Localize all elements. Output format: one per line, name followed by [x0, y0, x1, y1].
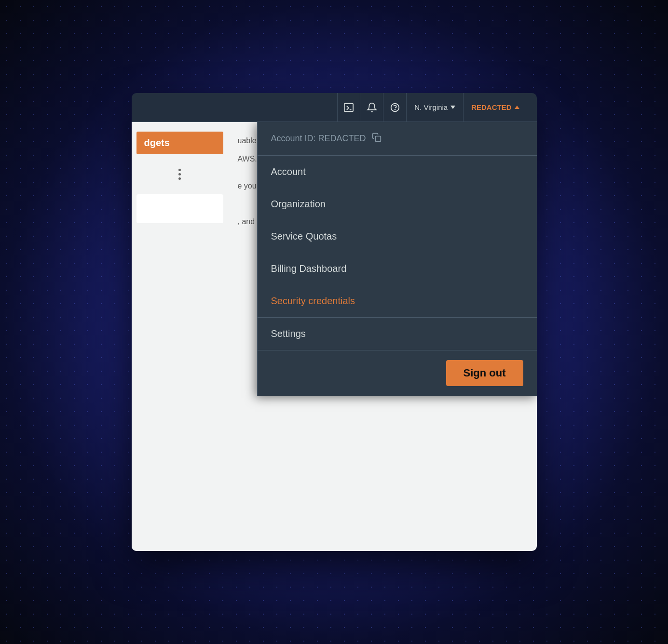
cloudshell-button[interactable] [337, 93, 360, 122]
region-selector[interactable]: N. Virginia [407, 93, 464, 122]
help-button[interactable] [383, 93, 407, 122]
sidebar-orange-button[interactable]: dgets [136, 132, 223, 154]
sign-out-button[interactable]: Sign out [446, 360, 523, 386]
dot-2 [178, 173, 181, 175]
account-id-label: Account ID: REDACTED [271, 134, 366, 144]
dropdown-header: Account ID: REDACTED [258, 122, 537, 156]
svg-rect-4 [375, 136, 381, 142]
region-label: N. Virginia [414, 103, 448, 111]
dropdown-footer: Sign out [258, 350, 537, 396]
dropdown-item-settings[interactable]: Settings [258, 318, 537, 350]
account-name-label: REDACTED [471, 103, 511, 111]
sidebar: dgets [132, 122, 228, 551]
browser-window: N. Virginia REDACTED dgets uable AWS. [132, 93, 537, 551]
dropdown-item-account[interactable]: Account [258, 156, 537, 188]
copy-icon[interactable] [372, 133, 382, 145]
nav-bar: N. Virginia REDACTED [132, 93, 537, 122]
notifications-button[interactable] [360, 93, 383, 122]
dropdown-item-organization[interactable]: Organization [258, 188, 537, 220]
dot-3 [178, 177, 181, 180]
dot-1 [178, 169, 181, 171]
account-dropdown-menu: Account ID: REDACTED Account Organizatio… [257, 122, 537, 396]
region-chevron-icon [450, 106, 455, 109]
main-area: dgets uable AWS. e your , and Account ID… [132, 122, 537, 551]
dropdown-item-billing-dashboard[interactable]: Billing Dashboard [258, 253, 537, 285]
account-chevron-icon [515, 106, 519, 109]
account-menu-button[interactable]: REDACTED [464, 93, 527, 122]
account-id-value: REDACTED [318, 134, 366, 143]
sidebar-dots [136, 164, 223, 185]
account-id-prefix: Account ID: [271, 134, 318, 143]
sidebar-card [136, 194, 223, 223]
dropdown-item-service-quotas[interactable]: Service Quotas [258, 220, 537, 253]
nav-items: N. Virginia REDACTED [337, 93, 527, 122]
dropdown-item-security-credentials[interactable]: Security credentials [258, 285, 537, 317]
